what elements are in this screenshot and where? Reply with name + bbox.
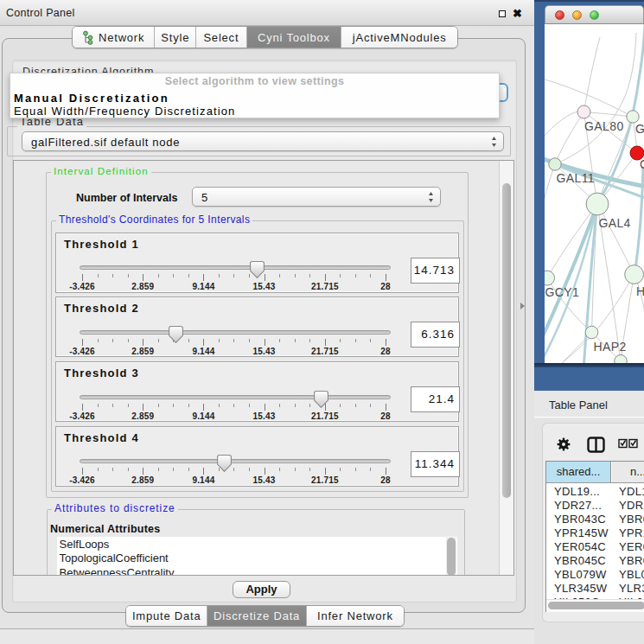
svg-text:G.: G. <box>635 122 644 136</box>
svg-text:GCY1: GCY1 <box>545 285 580 299</box>
svg-text:C: C <box>640 157 644 171</box>
svg-text:H: H <box>636 284 644 298</box>
svg-text:GAL4: GAL4 <box>598 216 630 230</box>
svg-text:HAP2: HAP2 <box>594 340 627 354</box>
svg-text:GAL11: GAL11 <box>557 171 596 185</box>
svg-text:GAL80: GAL80 <box>584 119 624 133</box>
